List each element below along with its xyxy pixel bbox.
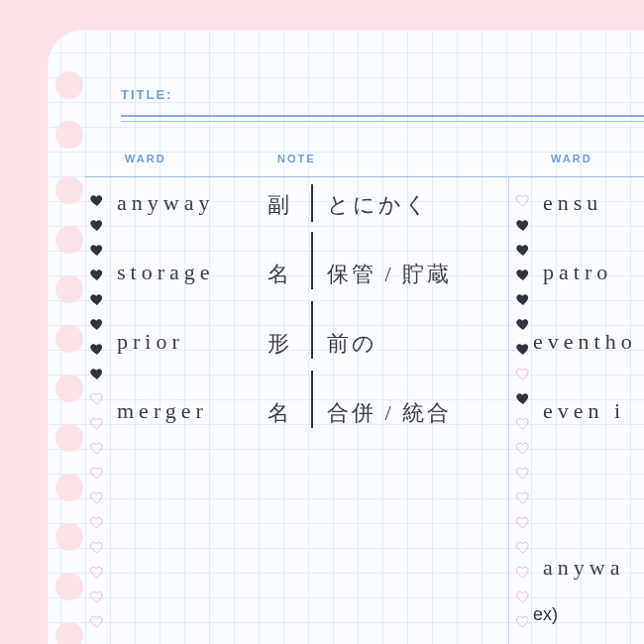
heart-icon-filled (515, 316, 531, 332)
cell-pos: 名 (268, 260, 292, 289)
cell-word: anyway (117, 190, 214, 216)
heart-icon-filled (515, 390, 531, 406)
binder-hole (55, 71, 83, 99)
cell-word2-tail: anywa (543, 555, 624, 581)
cell-pos: 名 (268, 398, 292, 428)
heart-icon-filled (515, 242, 531, 258)
heart-icon-outline (89, 440, 105, 456)
heart-icon-outline (89, 390, 105, 406)
binder-hole (55, 325, 83, 353)
heart-icon-filled (89, 217, 105, 233)
heart-icon-outline (89, 539, 105, 555)
title-underline (121, 115, 644, 117)
note-divider (311, 184, 313, 222)
heart-icon-outline (515, 192, 531, 208)
cell-note: 合併 / 統合 (327, 398, 452, 428)
heart-icon-filled (515, 291, 531, 307)
binder-hole (55, 424, 83, 452)
heart-icon-outline (89, 415, 105, 431)
column-header-note: NOTE (277, 153, 316, 164)
heart-icon-outline (515, 514, 531, 530)
heart-icon-filled (89, 291, 105, 307)
heart-icon-filled (89, 366, 105, 381)
cell-word2: eventho (533, 329, 637, 355)
heart-icon-outline (89, 613, 105, 629)
heart-icon-outline (89, 514, 105, 530)
heart-icon-outline (515, 564, 531, 580)
heart-icon-filled (515, 341, 531, 357)
binder-hole (55, 176, 83, 204)
header-underline (85, 176, 644, 177)
heart-icon-outline (89, 489, 105, 505)
title-underline-thin (121, 121, 644, 122)
note-divider (311, 371, 313, 428)
cell-word: prior (117, 329, 184, 355)
heart-icon-outline (89, 465, 105, 481)
cell-word: merger (117, 398, 208, 424)
heart-icon-outline (89, 564, 105, 580)
heart-icon-filled (515, 267, 531, 282)
binder-hole (55, 375, 83, 402)
heart-icon-outline (515, 465, 531, 481)
example-marker: ex) (533, 604, 558, 625)
heart-icon-outline (515, 415, 531, 431)
heart-icon-filled (89, 341, 105, 357)
heart-icon-outline (515, 489, 531, 505)
heart-icon-filled (89, 267, 105, 282)
right-column-divider (508, 176, 509, 644)
binder-hole (55, 226, 83, 254)
cell-word2: even i (543, 398, 625, 424)
title-label: TITLE: (121, 87, 644, 102)
binder-hole (55, 523, 83, 551)
note-divider (311, 301, 313, 359)
heart-icon-filled (515, 217, 531, 233)
binder-hole (55, 622, 83, 644)
column-header-word2: WARD (551, 153, 592, 164)
heart-icon-outline (89, 589, 105, 604)
heart-icon-filled (89, 192, 105, 208)
binder-hole (55, 474, 83, 501)
cell-note: 前の (327, 329, 377, 359)
cell-note: とにかく (327, 190, 430, 220)
cell-word2: patro (543, 260, 612, 285)
notebook-sheet: TITLE: WARD NOTE WARD anyway 副 とにかく ensu… (48, 30, 644, 644)
cell-note: 保管 / 貯蔵 (327, 260, 452, 289)
binder-hole (55, 121, 83, 149)
cell-word2: ensu (543, 190, 602, 216)
heart-icon-outline (515, 613, 531, 629)
heart-icon-outline (515, 440, 531, 456)
heart-icon-filled (89, 242, 105, 258)
cell-pos: 副 (268, 190, 292, 220)
binder-hole (55, 573, 83, 600)
binder-hole (55, 275, 83, 303)
heart-icon-filled (89, 316, 105, 332)
note-divider (311, 232, 313, 289)
column-header-word: WARD (125, 153, 166, 164)
heart-icon-outline (515, 589, 531, 604)
cell-word: storage (117, 260, 215, 285)
heart-icon-outline (515, 366, 531, 381)
heart-icon-outline (515, 539, 531, 555)
cell-pos: 形 (268, 329, 292, 359)
